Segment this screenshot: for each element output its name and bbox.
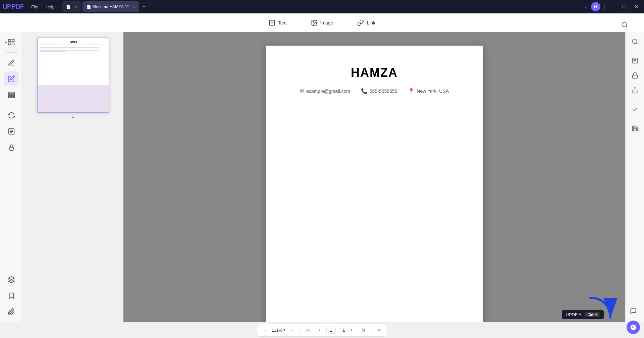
maximize-button[interactable]: ❐ xyxy=(620,3,629,11)
contact-location: 📍 New York, USA xyxy=(408,88,449,94)
tab-resume[interactable]: 📄 Resume-HAMZA-1* ✕ xyxy=(83,1,139,12)
ocr-icon xyxy=(8,128,15,135)
right-save[interactable] xyxy=(628,122,642,135)
svg-rect-7 xyxy=(8,43,10,45)
right-check[interactable] xyxy=(628,103,642,116)
sidebar-item-organize[interactable] xyxy=(4,88,19,102)
toolbar: Text Image Link xyxy=(0,13,644,32)
right-divider-1 xyxy=(630,51,640,51)
title-bar-right: ⌄ H − ❐ ✕ xyxy=(584,2,641,11)
sidebar-item-ocr[interactable] xyxy=(4,124,19,139)
thumb-content-lines xyxy=(40,47,106,52)
ai-label: UPDF AI xyxy=(566,312,583,317)
bottom-bar: − 111% ▾ + | / 1 | ✕ xyxy=(0,322,644,338)
page-number-1: 1 xyxy=(72,114,74,119)
text-icon xyxy=(269,19,275,26)
tab-dropdown-button[interactable]: ⌄ xyxy=(584,4,588,9)
search-button[interactable] xyxy=(619,19,631,32)
sidebar-divider-1 xyxy=(6,52,17,53)
sidebar-item-annotate[interactable] xyxy=(4,55,19,70)
zoom-dropdown-button[interactable]: ▾ xyxy=(283,328,285,332)
add-tab-button[interactable]: + xyxy=(141,4,148,10)
phone-value: 555-5555555 xyxy=(370,89,397,94)
stamp-icon xyxy=(8,144,15,151)
thumb-page-title: HAMZA xyxy=(40,41,106,43)
location-value: New York, USA xyxy=(417,89,449,94)
thumbnail-page-1[interactable]: HAMZA xyxy=(37,38,109,113)
ai-chat-icon xyxy=(630,324,637,331)
protect-icon xyxy=(632,72,638,79)
thumbnail-icon xyxy=(8,39,15,46)
right-protect[interactable] xyxy=(628,69,642,82)
svg-rect-10 xyxy=(8,94,14,96)
next-page-button[interactable] xyxy=(347,326,356,335)
thumb-top: HAMZA xyxy=(38,38,109,85)
page-thumbnail-1[interactable]: HAMZA 1 xyxy=(37,38,109,119)
search-icon xyxy=(621,21,628,28)
title-bar: UPPDF File Help 📄 ✕ 📄 Resume-HAMZA-1* ✕ … xyxy=(0,0,644,13)
edit-icon xyxy=(8,75,15,82)
svg-rect-6 xyxy=(12,40,14,42)
current-page-input[interactable] xyxy=(326,327,336,334)
svg-point-14 xyxy=(632,39,637,44)
last-page-button[interactable] xyxy=(358,326,368,335)
logo-pdf: PDF xyxy=(12,3,24,10)
contact-email: ✉ example@gmail.com xyxy=(300,88,350,94)
sidebar-divider-2 xyxy=(6,105,17,105)
sidebar-item-stamp[interactable] xyxy=(4,140,19,155)
layers-icon xyxy=(8,276,15,283)
ocr-right-icon xyxy=(632,57,638,64)
search-icon xyxy=(632,38,638,45)
menu-help[interactable]: Help xyxy=(42,3,58,11)
close-button[interactable]: ✕ xyxy=(632,3,641,11)
sidebar-item-layers[interactable] xyxy=(4,272,19,287)
tab-close-unnamed[interactable]: ✕ xyxy=(74,5,77,9)
right-search[interactable] xyxy=(628,35,642,48)
main-area: ▶ xyxy=(0,32,644,322)
share-icon xyxy=(632,87,638,94)
prev-page-icon xyxy=(317,328,322,333)
svg-point-2 xyxy=(313,21,314,22)
svg-line-15 xyxy=(636,43,637,44)
sidebar-item-bookmark[interactable] xyxy=(4,288,19,303)
minimize-button[interactable]: − xyxy=(609,3,617,11)
right-share[interactable] xyxy=(628,83,642,97)
sidebar-bottom xyxy=(4,272,19,319)
sidebar-item-edit[interactable] xyxy=(4,71,19,86)
menu-bar: File Help xyxy=(28,3,58,11)
tab-area: 📄 ✕ 📄 Resume-HAMZA-1* ✕ + xyxy=(62,1,583,12)
updf-ai-button[interactable] xyxy=(627,321,640,334)
convert-icon xyxy=(8,112,15,119)
updf-ai-tooltip: UPDF AI Ctrl+E xyxy=(562,310,604,319)
page-separator: / xyxy=(338,327,340,333)
tab-close-resume[interactable]: ✕ xyxy=(132,5,135,9)
zoom-controls: − 111% ▾ + | / 1 | ✕ xyxy=(257,324,387,337)
zoom-out-button[interactable]: − xyxy=(260,326,269,335)
comment-button[interactable] xyxy=(627,304,640,318)
separator-2: | xyxy=(370,327,372,333)
zoom-in-button[interactable]: + xyxy=(287,326,297,335)
sidebar-item-convert[interactable] xyxy=(4,108,19,123)
app-logo: UPPDF xyxy=(3,3,24,10)
toolbar-link[interactable]: Link xyxy=(351,17,382,29)
toolbar-text[interactable]: Text xyxy=(262,17,293,29)
image-icon xyxy=(311,19,318,26)
close-nav-button[interactable]: ✕ xyxy=(375,326,384,335)
bookmark-icon xyxy=(8,292,15,299)
menu-file[interactable]: File xyxy=(28,3,42,11)
sidebar-item-attachment[interactable] xyxy=(4,304,19,319)
svg-rect-17 xyxy=(632,75,637,78)
prev-page-button[interactable] xyxy=(315,326,324,335)
right-ocr[interactable] xyxy=(628,54,642,67)
sidebar-item-thumbnail[interactable]: ▶ xyxy=(4,35,19,50)
next-page-icon xyxy=(349,328,354,333)
annotate-icon xyxy=(8,59,15,66)
toolbar-image[interactable]: Image xyxy=(304,17,340,29)
expand-indicator: ▶ xyxy=(5,41,7,44)
document-contact: ✉ example@gmail.com 📞 555-5555555 📍 New … xyxy=(286,88,463,94)
first-page-button[interactable] xyxy=(304,326,313,335)
user-avatar: H xyxy=(591,2,600,11)
tab-unnamed[interactable]: 📄 ✕ xyxy=(62,1,81,12)
left-sidebar: ▶ xyxy=(0,32,23,322)
document-name: HAMZA xyxy=(286,66,463,80)
